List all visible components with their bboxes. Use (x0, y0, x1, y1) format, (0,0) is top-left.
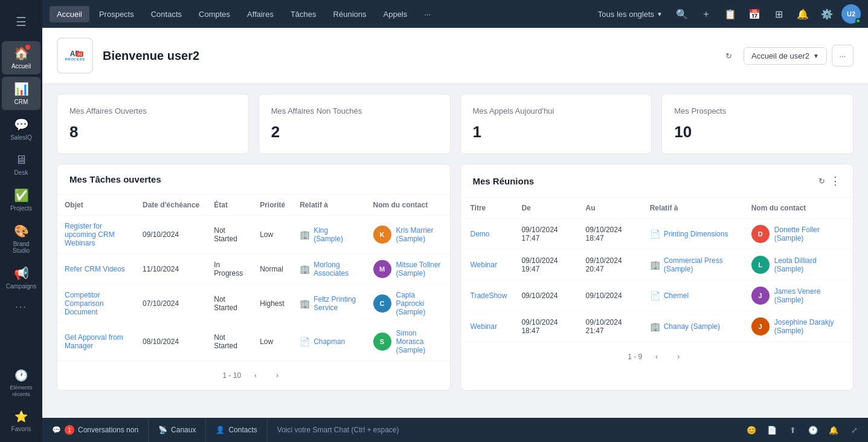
relatif-link[interactable]: Printing Dimensions (664, 230, 728, 238)
table-button[interactable]: ⊞ (769, 4, 788, 24)
user-avatar[interactable]: U2 (841, 4, 861, 24)
more-options-icon[interactable]: ⋮ (830, 174, 841, 187)
search-button[interactable]: 🔍 (672, 4, 692, 24)
sidebar-item-favoris[interactable]: ⭐ Favoris (2, 405, 40, 437)
tache-date: 08/10/2024 (135, 323, 207, 361)
col-relatif: Relatif à (292, 195, 365, 216)
sidebar-item-recent[interactable]: 🕐 Éléments récents (2, 364, 40, 403)
nav-right-actions: Tous les onglets ▼ 🔍 ＋ 📋 📅 ⊞ 🔔 ⚙️ U2 (593, 4, 861, 24)
relatif-link[interactable]: Chanay (Sample) (664, 322, 720, 331)
tache-objet-link[interactable]: Register for upcoming CRM Webinars (65, 222, 115, 247)
canaux-label: Canaux (171, 426, 196, 434)
calendar-button[interactable]: 📅 (745, 4, 764, 24)
relatif-link[interactable]: Morlong Associates (313, 261, 358, 278)
contact-link[interactable]: Josephine Darakjy (Sample) (774, 318, 846, 335)
reunion-titre-link[interactable]: Webinar (471, 261, 497, 269)
nav-item-more[interactable]: ··· (417, 6, 438, 22)
stat-card-prospects: Mes Prospects 10 (661, 94, 854, 154)
sidebar-item-brand-studio[interactable]: 🎨 Brand Studio (2, 219, 40, 259)
reunion-de: 09/10/2024 17:47 (514, 219, 578, 250)
nav-item-prospects[interactable]: Prospects (92, 6, 141, 22)
relatif-link[interactable]: Chemel (664, 291, 689, 300)
contact-link[interactable]: Leota Dilliard (Sample) (774, 256, 846, 273)
col-priorite: Priorité (252, 195, 292, 216)
sidebar-item-label: Campaigns (6, 283, 37, 290)
bell-icon-btn[interactable]: 🔔 (825, 421, 843, 439)
refresh-icon[interactable]: ↻ (818, 177, 825, 186)
contact-link[interactable]: Kris Marrier (Sample) (396, 226, 443, 243)
all-tabs-dropdown[interactable]: Tous les onglets ▼ (593, 7, 667, 21)
top-navigation: Accueil Prospects Contacts Comptes Affai… (42, 0, 868, 28)
expand-icon-btn[interactable]: ⤢ (845, 421, 863, 439)
contact-link[interactable]: Donette Foller (Sample) (774, 226, 846, 242)
taches-prev-button[interactable]: ‹ (248, 368, 263, 383)
doc-icon-btn[interactable]: 📄 (763, 421, 781, 439)
reunions-page-info: 1 - 9 (628, 353, 642, 361)
nav-item-accueil[interactable]: Accueil (50, 6, 89, 22)
welcome-message: Bienvenue user2 (103, 49, 710, 63)
relatif-link[interactable]: Chapman (313, 337, 345, 346)
nav-item-taches[interactable]: Tâches (283, 6, 324, 22)
relatif-link[interactable]: Commercial Press (Sample) (664, 256, 737, 273)
reunion-au: 09/10/2024 20:47 (579, 250, 643, 281)
reunion-au: 09/10/2024 (579, 281, 643, 311)
sidebar-item-desk[interactable]: 🖥 Desk (2, 148, 40, 181)
bell-button[interactable]: 🔔 (793, 4, 812, 24)
nav-item-affaires[interactable]: Affaires (240, 6, 281, 22)
sidebar-item-projects[interactable]: ✅ Projects (2, 183, 40, 216)
sidebar-menu-toggle[interactable]: ☰ (2, 5, 40, 39)
reunions-prev-button[interactable]: ‹ (649, 349, 664, 364)
nav-item-contacts[interactable]: Contacts (144, 6, 189, 22)
upload-icon-btn[interactable]: ⬆ (783, 421, 802, 439)
emoji-icon-btn[interactable]: 😊 (742, 421, 760, 439)
relatif-link[interactable]: Feltz Printing Service (313, 295, 358, 312)
content-row: Mes Tâches ouvertes Objet Date d'échéanc… (42, 164, 868, 400)
nav-item-comptes[interactable]: Comptes (191, 6, 237, 22)
smart-chat-input[interactable]: Voici votre Smart Chat (Ctrl + espace) (268, 426, 742, 434)
view-dropdown[interactable]: Accueil de user2 ▼ (744, 47, 827, 65)
contact-link[interactable]: James Venere (Sample) (774, 287, 846, 304)
tache-date: 07/10/2024 (135, 285, 207, 323)
refresh-button[interactable]: ↻ (719, 46, 739, 65)
projects-icon: ✅ (14, 188, 29, 203)
bottom-tab-canaux[interactable]: 📡 Canaux (149, 418, 206, 442)
reunion-contact: D Donette Foller (Sample) (744, 219, 853, 250)
tache-objet-link[interactable]: Competitor Comparison Document (65, 291, 104, 316)
logo-badge: AI (76, 51, 84, 57)
clock-icon-btn[interactable]: 🕐 (804, 421, 822, 439)
activity-button[interactable]: 📋 (721, 4, 740, 24)
contact-link[interactable]: Capla Paprocki (Sample) (396, 291, 443, 316)
nav-item-reunions[interactable]: Réunions (326, 6, 374, 22)
sidebar-item-campaigns[interactable]: 📢 Campaigns (2, 261, 40, 294)
reunions-next-button[interactable]: › (671, 349, 686, 364)
reunion-titre-link[interactable]: Webinar (471, 322, 497, 331)
sidebar-item-salesiq[interactable]: 💬 SalesIQ (2, 112, 40, 146)
tache-objet-link[interactable]: Refer CRM Videos (65, 265, 125, 273)
relatif-link[interactable]: King (Sample) (313, 226, 358, 243)
sidebar-item-more[interactable]: ··· (2, 297, 40, 317)
settings-button[interactable]: ⚙️ (817, 4, 837, 24)
contact-avatar: M (373, 260, 391, 278)
tache-objet-link[interactable]: Get Apporval from Manager (65, 333, 123, 350)
bottom-tab-contacts[interactable]: 👤 Contacts (206, 418, 267, 442)
sidebar-item-crm[interactable]: 📊 CRM (2, 77, 40, 110)
chevron-down-icon: ▼ (657, 11, 663, 18)
nav-item-appels[interactable]: Appels (376, 6, 415, 22)
header-more-button[interactable]: ··· (832, 45, 854, 67)
tache-relatif: 🏢 Feltz Printing Service (292, 285, 365, 323)
reunion-relatif: 📄 Printing Dimensions (643, 219, 744, 250)
conversations-label: Conversations non (78, 426, 138, 434)
related-icon: 📄 (650, 291, 660, 301)
add-button[interactable]: ＋ (696, 4, 716, 24)
taches-header: Mes Tâches ouvertes (57, 164, 450, 195)
table-row: Competitor Comparison Document 07/10/202… (57, 285, 450, 323)
reunion-titre: TradeShow (461, 281, 515, 311)
taches-next-button[interactable]: › (270, 368, 285, 383)
contact-link[interactable]: Mitsue Tollner (Sample) (396, 261, 443, 278)
sidebar-item-accueil[interactable]: 🏠 Accueil (2, 41, 40, 74)
bottom-tab-conversations[interactable]: 💬 1 Conversations non (42, 418, 149, 442)
contact-link[interactable]: Simon Morasca (Sample) (396, 329, 443, 354)
reunion-titre-link[interactable]: Demo (471, 230, 490, 238)
reunion-titre-link[interactable]: TradeShow (471, 291, 507, 300)
sidebar-item-label: Projects (10, 205, 32, 212)
